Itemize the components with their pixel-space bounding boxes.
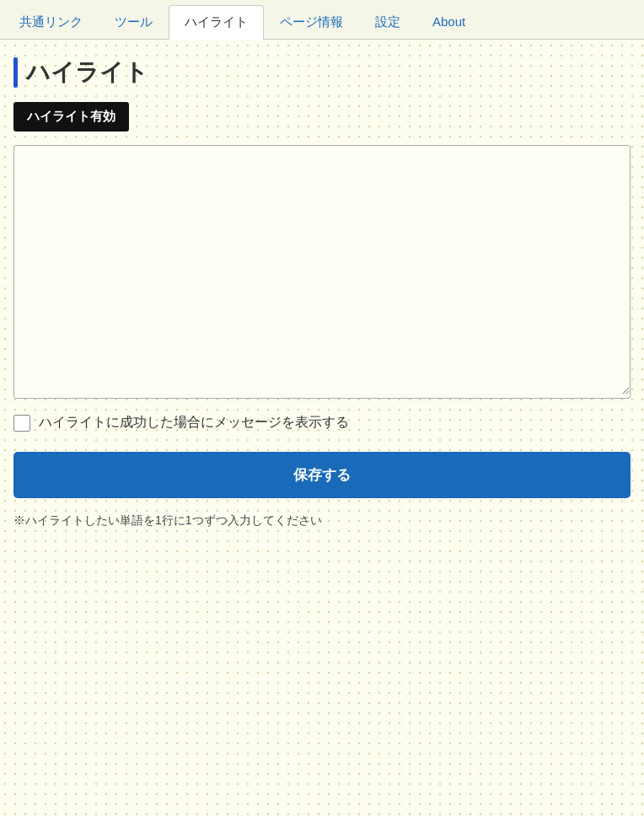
hint-text: ※ハイライトしたい単語を1行に1つずつ入力してください <box>13 513 631 529</box>
page-title: ハイライト <box>26 56 148 89</box>
tab-shared-link[interactable]: 共通リンク <box>3 5 99 39</box>
tab-tools[interactable]: ツール <box>99 5 169 39</box>
checkbox-label: ハイライトに成功した場合にメッセージを表示する <box>39 414 349 432</box>
main-content: ハイライト ハイライト有効 ハイライトに成功した場合にメッセージを表示する 保存… <box>0 40 644 549</box>
tab-page-info[interactable]: ページ情報 <box>264 5 359 39</box>
tab-bar: 共通リンク ツール ハイライト ページ情報 設定 About <box>0 0 644 40</box>
textarea-wrapper <box>13 145 631 399</box>
page-title-row: ハイライト <box>13 56 631 89</box>
tab-about[interactable]: About <box>416 5 481 39</box>
title-bar-accent <box>13 57 18 88</box>
tab-highlight[interactable]: ハイライト <box>169 5 264 40</box>
highlight-badge: ハイライト有効 <box>13 102 129 132</box>
save-button[interactable]: 保存する <box>13 452 631 498</box>
highlight-textarea[interactable] <box>14 146 630 395</box>
checkbox-row: ハイライトに成功した場合にメッセージを表示する <box>13 411 631 435</box>
show-message-checkbox[interactable] <box>13 415 30 432</box>
tab-settings[interactable]: 設定 <box>359 5 416 39</box>
